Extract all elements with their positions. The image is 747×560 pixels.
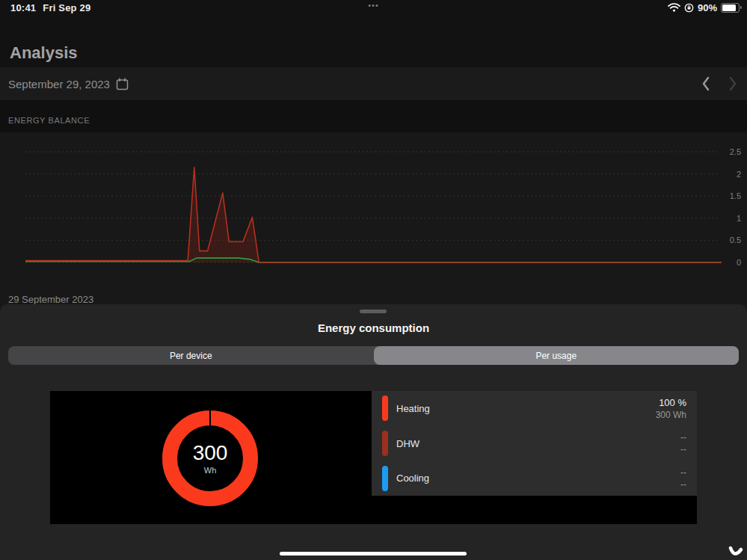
donut-unit: Wh	[204, 466, 217, 475]
svg-text:0.5: 0.5	[730, 236, 741, 244]
svg-text:0: 0	[737, 258, 741, 267]
battery-icon	[721, 3, 740, 13]
page-title: Analysis	[10, 43, 78, 63]
date-picker-button[interactable]: September 29, 2023	[8, 78, 129, 90]
legend-row-cooling: Cooling -- --	[372, 461, 697, 496]
legend-row-dhw: DHW -- --	[372, 426, 697, 461]
heating-amount: 300 Wh	[656, 410, 686, 420]
cooling-amount: --	[680, 479, 686, 490]
consumption-panel: 300 Wh Heating 100 % 300 Wh DHW	[50, 391, 697, 524]
screen: 10:41Fri Sep 29 ••• 90% Analysis S	[0, 0, 747, 560]
donut-value: 300	[193, 442, 228, 464]
dhw-percent: --	[680, 432, 686, 443]
orientation-lock-icon	[684, 3, 694, 13]
date-nav	[701, 67, 738, 100]
svg-text:1.5: 1.5	[730, 191, 741, 200]
donut-center-label: 300 Wh	[154, 402, 266, 514]
heating-color-swatch	[382, 396, 388, 421]
energy-consumption-sheet: Energy consumption Per device Per usage …	[0, 304, 747, 560]
date-row: September 29, 2023	[0, 67, 747, 100]
battery-percent-text: 90%	[698, 2, 717, 13]
section-band	[0, 100, 747, 132]
energy-balance-chart: 00.511.522.5	[0, 132, 747, 297]
calendar-icon	[116, 78, 129, 90]
chart-footer-date: 29 September 2023	[8, 294, 93, 305]
consumption-legend: Heating 100 % 300 Wh DHW -- --	[372, 391, 697, 496]
sheet-grab-handle[interactable]	[360, 310, 387, 313]
status-indicators: 90%	[668, 1, 740, 13]
section-title: ENERGY BALANCE	[8, 116, 90, 125]
chevron-left-icon[interactable]	[701, 76, 711, 92]
donut-chart: 300 Wh	[154, 402, 266, 514]
legend-row-heating: Heating 100 % 300 Wh	[372, 391, 697, 426]
dhw-color-swatch	[382, 431, 388, 456]
home-indicator[interactable]	[280, 552, 467, 556]
svg-text:1: 1	[737, 214, 741, 223]
chevron-right-icon[interactable]	[728, 76, 738, 92]
tab-per-usage[interactable]: Per usage	[374, 346, 740, 365]
dhw-label: DHW	[396, 438, 419, 449]
date-picker-label: September 29, 2023	[8, 78, 110, 90]
wifi-icon	[668, 3, 680, 12]
view-segmented-control: Per device Per usage	[8, 346, 739, 365]
cooling-label: Cooling	[396, 473, 429, 484]
svg-text:2.5: 2.5	[730, 147, 741, 156]
sheet-title: Energy consumption	[0, 321, 747, 334]
heating-percent: 100 %	[659, 397, 686, 408]
status-bar: 10:41Fri Sep 29 ••• 90%	[0, 0, 747, 18]
tab-per-device[interactable]: Per device	[8, 346, 374, 365]
cooling-color-swatch	[382, 466, 388, 491]
heating-label: Heating	[396, 403, 430, 414]
multitask-dots-icon[interactable]: •••	[0, 1, 747, 10]
cooling-percent: --	[680, 467, 686, 478]
dhw-amount: --	[680, 444, 686, 455]
svg-text:2: 2	[737, 170, 741, 179]
pencil-hover-cursor-icon	[722, 540, 745, 560]
